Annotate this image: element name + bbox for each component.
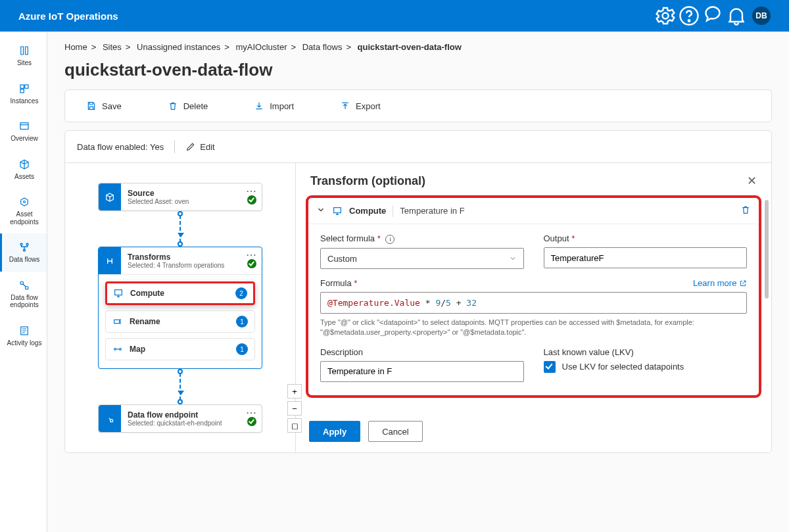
app-title: Azure IoT Operations (18, 11, 118, 22)
cancel-button[interactable]: Cancel (368, 421, 422, 442)
external-link-icon (739, 279, 747, 287)
rail-item-asset-endpoints[interactable]: Asset endpoints (0, 188, 47, 233)
save-button[interactable]: Save (77, 97, 131, 115)
formula-type-select[interactable]: Custom (320, 248, 524, 269)
formula-hint: Type "@" or click "<datapoint>" to selec… (320, 318, 747, 338)
output-field[interactable] (544, 247, 748, 268)
crumb-sites[interactable]: Sites (103, 42, 122, 52)
compute-card: Compute Temperature in F Select formula … (308, 197, 759, 396)
panel-title: Transform (optional) (310, 174, 425, 188)
svg-rect-3 (20, 85, 24, 88)
apply-button[interactable]: Apply (309, 421, 360, 442)
card-subtitle: Temperature in F (400, 206, 464, 216)
card-title: Compute (349, 206, 386, 216)
cube-icon (99, 183, 121, 210)
avatar[interactable]: DB (752, 7, 771, 25)
rail-item-data-flows[interactable]: Data flows (0, 233, 47, 272)
svg-rect-5 (20, 89, 24, 92)
crumb-dataflows[interactable]: Data flows (302, 42, 343, 52)
count-badge: 1 (236, 316, 248, 327)
crumb-home[interactable]: Home (64, 42, 87, 52)
panel-footer: Apply Cancel (296, 414, 771, 452)
lkv-checkbox[interactable] (544, 361, 556, 373)
description-label: Description (320, 347, 524, 357)
svg-rect-20 (334, 207, 341, 212)
page-title: quickstart-oven-data-flow (64, 60, 772, 80)
check-icon (247, 195, 256, 205)
status-label: Data flow enabled: Yes (77, 142, 164, 152)
svg-point-10 (24, 249, 26, 251)
transform-panel: Transform (optional) ✕ Compute Temperatu… (295, 163, 771, 452)
select-formula-label: Select formula * i (320, 233, 524, 244)
crumb-current: quickstart-oven-data-flow (358, 42, 462, 52)
editor-card: Data flow enabled: Yes Edit SourceSelect… (64, 130, 772, 453)
rail-item-overview[interactable]: Overview (0, 112, 47, 151)
svg-point-0 (663, 13, 669, 19)
command-bar: Save Delete Import Export (64, 89, 772, 122)
lkv-label: Last known value (LKV) (544, 347, 748, 357)
svg-point-16 (114, 349, 116, 351)
chevron-down-icon[interactable] (316, 205, 325, 216)
rail-item-activity-logs[interactable]: Activity logs (0, 317, 47, 355)
feedback-icon[interactable] (701, 4, 725, 28)
formula-input[interactable]: @Temperature.Value * 9/5 + 32 (320, 292, 747, 314)
zoom-fit-button[interactable]: ◻ (287, 418, 302, 433)
node-source[interactable]: SourceSelected Asset: oven ⋯ (98, 183, 262, 211)
rail-item-sites[interactable]: Sites (0, 37, 47, 75)
rename-icon (112, 316, 123, 327)
svg-point-9 (26, 243, 28, 245)
compute-icon (332, 206, 343, 216)
chevron-down-icon (509, 254, 517, 262)
svg-rect-4 (25, 85, 28, 88)
help-icon[interactable] (677, 4, 701, 28)
check-icon (247, 417, 256, 426)
rail-item-dataflow-endpoints[interactable]: Data flow endpoints (0, 272, 47, 317)
description-field[interactable] (320, 361, 524, 382)
check-icon (247, 259, 256, 268)
breadcrumb: Home> Sites> Unassigned instances> myAIO… (64, 39, 772, 60)
delete-button[interactable]: Delete (158, 97, 218, 115)
svg-point-2 (688, 20, 690, 21)
editor-header: Data flow enabled: Yes Edit (65, 131, 771, 163)
count-badge: 2 (235, 287, 247, 299)
rail-item-assets[interactable]: Assets (0, 151, 47, 189)
edit-button[interactable]: Edit (185, 141, 214, 152)
export-button[interactable]: Export (331, 97, 390, 115)
rail-item-instances[interactable]: Instances (0, 75, 47, 113)
flow-canvas: SourceSelected Asset: oven ⋯ TransformsS… (65, 163, 295, 452)
settings-icon[interactable] (654, 4, 677, 28)
svg-rect-14 (115, 290, 122, 295)
count-badge: 1 (236, 343, 248, 355)
svg-point-8 (20, 243, 22, 245)
svg-rect-15 (114, 320, 120, 323)
compute-icon (113, 288, 124, 299)
output-label: Output * (544, 233, 748, 243)
close-icon[interactable]: ✕ (747, 174, 757, 188)
endpoint-icon (99, 405, 121, 432)
map-icon (112, 344, 123, 354)
main-content: Home> Sites> Unassigned instances> myAIO… (47, 32, 789, 532)
app-header: Azure IoT Operations DB (0, 0, 789, 32)
learn-more-link[interactable]: Learn more (693, 278, 747, 288)
formula-label: Formula * (320, 278, 357, 288)
svg-point-17 (120, 349, 122, 351)
crumb-cluster[interactable]: myAIOcluster (235, 42, 287, 52)
info-icon[interactable]: i (385, 235, 394, 244)
left-rail: Sites Instances Overview Assets Asset en… (0, 32, 47, 532)
transform-icon (99, 247, 121, 274)
transform-item-compute[interactable]: Compute 2 (105, 281, 255, 305)
scrollbar[interactable] (765, 200, 769, 299)
node-transforms[interactable]: TransformsSelected: 4 Transform operatio… (98, 247, 262, 369)
node-endpoint[interactable]: Data flow endpointSelected: quickstart-e… (98, 404, 262, 433)
notifications-icon[interactable] (725, 4, 748, 28)
lkv-checkbox-label: Use LKV for selected datapoints (562, 362, 684, 372)
transform-item-rename[interactable]: Rename 1 (105, 310, 255, 333)
svg-point-7 (24, 201, 26, 203)
delete-icon[interactable] (740, 205, 751, 217)
svg-rect-6 (20, 123, 28, 130)
import-button[interactable]: Import (245, 97, 303, 115)
crumb-unassigned[interactable]: Unassigned instances (137, 42, 220, 52)
transform-item-map[interactable]: Map 1 (105, 338, 255, 360)
